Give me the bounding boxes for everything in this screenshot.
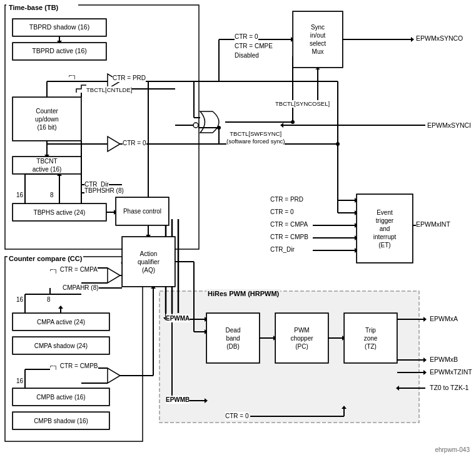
ctr-cmpa-aq-label: ⌐┐ CTR = CMPA: [50, 265, 98, 274]
step-ctr-prd: ⌐┐: [69, 71, 77, 80]
tbprd-active-box: TBPRD active (16): [13, 43, 106, 60]
tbphs-active-box: TBPHS active (24): [13, 203, 106, 221]
svg-marker-105: [423, 370, 427, 375]
epwma-label: EPWMA: [166, 314, 190, 322]
epwmxsynci-label: EPWMxSYNCI: [427, 121, 471, 130]
ctr-cmpa-et: CTR = CMPA: [270, 220, 308, 228]
cmpb-active-box: CMPB active (16): [13, 388, 109, 406]
tbcnt-active-box: TBCNTactive (16): [13, 157, 81, 174]
ctr-0-et: CTR = 0: [270, 208, 294, 216]
timebase-region-label: Time-base (TB): [8, 3, 59, 12]
8-label-tbphs: 8: [50, 191, 54, 199]
tbctl-cntlde-label: TBCTL[CNTLDE]: [86, 86, 132, 94]
svg-point-38: [193, 123, 198, 128]
hrpwm-region-label: HiRes PWM (HRPWM): [206, 289, 280, 298]
svg-marker-101: [205, 398, 208, 403]
svg-marker-119: [58, 306, 63, 309]
16-label-cmpa: 16: [16, 295, 23, 304]
ctr-prd-et: CTR = PRD: [270, 195, 303, 203]
epwmxa-label: EPWMxA: [430, 315, 458, 324]
epwmxint-label: EPWMxINT: [416, 220, 450, 229]
ctr-prd-label: CTR = PRD: [113, 74, 146, 82]
ctr-0-sync-label: CTR = 0: [235, 33, 258, 41]
svg-marker-51: [411, 37, 414, 42]
svg-marker-107: [396, 386, 399, 391]
ctr-0-bottom: CTR = 0: [225, 412, 249, 420]
ctr-cmpe-label: CTR = CMPE: [235, 42, 273, 50]
counter-box: Counterup/down(16 bit): [13, 97, 81, 141]
phase-control-box: Phase control: [116, 197, 169, 225]
trip-zone-box: Tripzone(TZ): [344, 313, 397, 363]
cmpa-active-box: CMPA active (24): [13, 313, 109, 331]
tbphshr-label: TBPHSHR (8): [84, 187, 124, 195]
disabled-label: Disabled: [235, 51, 259, 59]
cmpb-shadow-box: CMPB shadow (16): [13, 412, 109, 429]
svg-marker-111: [108, 268, 120, 283]
dead-band-box: Deadband(DB): [206, 313, 260, 363]
svg-point-83: [336, 142, 340, 146]
ctr-cmpb-et: CTR = CMPB: [270, 233, 308, 241]
tbprd-shadow-box: TBPRD shadow (16): [13, 19, 106, 36]
ctr-0-label: CTR = 0: [123, 139, 146, 147]
epwmxsynco-label: EPWMxSYNCO: [416, 34, 463, 43]
svg-point-43: [217, 126, 221, 130]
cmpahr-label: CMPAHR (8): [63, 284, 99, 292]
tbctl-swfsync-label: TBCTL[SWFSYNC](software forced sync): [226, 130, 285, 146]
svg-marker-103: [423, 357, 427, 362]
ctr-cmpb-label: ⌐┐ CTR = CMPB: [50, 362, 98, 370]
sync-mux-box: Syncin/outselectMux: [293, 11, 343, 68]
svg-marker-49: [280, 123, 283, 128]
svg-marker-120: [108, 368, 120, 383]
svg-marker-110: [342, 406, 347, 409]
diagram: Time-base (TB) Counter compare (CC) HiRe…: [0, 0, 476, 457]
epwmxb-label: EPWMxB: [430, 356, 458, 364]
svg-marker-53: [315, 68, 320, 69]
cmpa-shadow-box: CMPA shadow (24): [13, 337, 109, 354]
svg-marker-99: [423, 317, 427, 322]
cc-region-label: Counter compare (CC): [8, 254, 83, 263]
tz0-tzk-label: TZ0 to TZK-1: [430, 384, 468, 393]
16-label-tbphs: 16: [16, 191, 23, 199]
8-label-cmpa: 8: [47, 295, 51, 304]
pwm-chopper-box: PWMchopper(PC): [275, 313, 328, 363]
svg-marker-29: [108, 136, 120, 151]
ctr-dir-et: CTR_Dir: [270, 245, 295, 254]
action-qualifier-box: Actionqualifier(AQ): [122, 237, 175, 287]
event-trigger-box: Eventtriggerandinterrupt(ET): [357, 194, 413, 263]
epwmb-label: EPWMB: [166, 396, 190, 404]
svg-point-46: [291, 120, 295, 124]
reference-label: ehrpwm-043: [435, 446, 470, 454]
16-label-cmpb: 16: [16, 377, 23, 385]
epwmxtzint-label: EPWMxTZINT: [430, 368, 472, 377]
tbctl-syncosel-label: TBCTL[SYNCOSEL]: [275, 100, 330, 108]
